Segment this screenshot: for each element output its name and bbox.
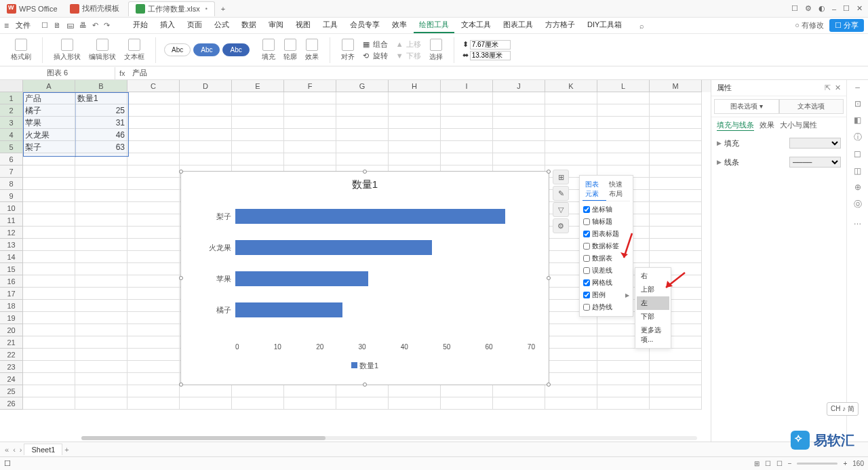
cell[interactable] bbox=[127, 227, 180, 239]
cell[interactable] bbox=[127, 312, 180, 324]
open-icon[interactable]: 🗎 bbox=[54, 21, 61, 30]
cell[interactable] bbox=[23, 214, 75, 227]
zoom-in-button[interactable]: + bbox=[843, 460, 847, 467]
chevron-right-icon[interactable]: ▶ bbox=[717, 159, 722, 165]
cell[interactable] bbox=[545, 361, 597, 373]
row-header[interactable]: 12 bbox=[0, 227, 23, 239]
cell[interactable] bbox=[597, 153, 650, 165]
line-select[interactable]: ──── bbox=[789, 157, 841, 168]
cell[interactable] bbox=[597, 141, 650, 153]
cell[interactable] bbox=[545, 324, 597, 336]
rail-icon[interactable]: ◫ bbox=[854, 166, 861, 176]
cell[interactable] bbox=[389, 385, 441, 397]
cell[interactable] bbox=[284, 92, 336, 104]
cell[interactable] bbox=[597, 373, 650, 385]
row-header[interactable]: 25 bbox=[0, 385, 23, 397]
col-header[interactable]: J bbox=[493, 80, 545, 92]
avatar-icon[interactable]: ◐ bbox=[818, 4, 825, 13]
row-header[interactable]: 20 bbox=[0, 324, 23, 336]
chart-legend[interactable]: 数量1 bbox=[181, 361, 549, 371]
cell[interactable] bbox=[127, 92, 180, 104]
cell[interactable] bbox=[180, 129, 232, 141]
cell[interactable] bbox=[127, 202, 180, 214]
view-mode-icon[interactable]: ☐ bbox=[776, 460, 783, 467]
cell[interactable] bbox=[336, 117, 389, 129]
row-header[interactable]: 21 bbox=[0, 336, 23, 349]
row-header[interactable]: 18 bbox=[0, 300, 23, 312]
row-header[interactable]: 3 bbox=[0, 117, 23, 129]
save-icon[interactable]: 🖴 bbox=[66, 21, 74, 30]
cell[interactable] bbox=[493, 92, 545, 104]
cell[interactable] bbox=[545, 336, 597, 349]
status-icon[interactable]: ☐ bbox=[4, 459, 11, 468]
checkbox[interactable] bbox=[583, 304, 590, 311]
formula-input[interactable]: 产品 bbox=[130, 68, 868, 78]
bar[interactable] bbox=[235, 302, 342, 317]
cell[interactable] bbox=[75, 324, 127, 336]
resize-handle[interactable] bbox=[547, 276, 551, 280]
cell[interactable] bbox=[75, 190, 127, 202]
row-header[interactable]: 13 bbox=[0, 239, 23, 251]
popup-tab-layout[interactable]: 快速布局 bbox=[606, 178, 630, 201]
move-down-button[interactable]: ▼下移 bbox=[393, 50, 424, 61]
popup-item[interactable]: 图例▶ bbox=[583, 289, 630, 301]
cell[interactable] bbox=[650, 165, 702, 178]
cell[interactable] bbox=[389, 117, 441, 129]
row-header[interactable]: 17 bbox=[0, 288, 23, 300]
cell[interactable] bbox=[127, 239, 180, 251]
app-brand[interactable]: WPS Office bbox=[3, 4, 62, 14]
cell[interactable] bbox=[336, 385, 389, 397]
format-painter-button[interactable]: 格式刷 bbox=[8, 37, 34, 63]
rail-icon[interactable]: ⊕ bbox=[854, 182, 861, 192]
row-header[interactable]: 8 bbox=[0, 178, 23, 190]
name-box[interactable]: 图表 6 bbox=[0, 67, 115, 79]
print-icon[interactable]: 🖶 bbox=[79, 21, 87, 30]
cell[interactable] bbox=[650, 251, 702, 263]
cell[interactable] bbox=[75, 385, 127, 397]
resize-handle[interactable] bbox=[547, 383, 551, 387]
tab-workbook[interactable]: 工作簿数量.xlsx • bbox=[128, 1, 215, 16]
maximize-button[interactable]: ☐ bbox=[843, 4, 850, 13]
row-header[interactable]: 23 bbox=[0, 361, 23, 373]
select-button[interactable]: 选择 bbox=[427, 37, 446, 63]
file-menu[interactable]: 文件 bbox=[13, 19, 33, 32]
col-header[interactable]: H bbox=[389, 80, 441, 92]
resize-handle[interactable] bbox=[547, 170, 551, 174]
undo-icon[interactable]: ↶ bbox=[92, 21, 98, 30]
cell[interactable] bbox=[493, 153, 545, 165]
col-header[interactable]: C bbox=[127, 80, 180, 92]
cell[interactable] bbox=[336, 153, 389, 165]
popup-item[interactable]: 坐标轴 bbox=[583, 203, 630, 216]
chart-settings-button[interactable]: ⚙ bbox=[553, 218, 569, 233]
cell[interactable] bbox=[650, 153, 702, 165]
cell[interactable] bbox=[127, 300, 180, 312]
cell[interactable]: 63 bbox=[75, 141, 127, 153]
cell[interactable] bbox=[284, 104, 336, 117]
ribbon-tab-drawing[interactable]: 绘图工具 bbox=[414, 18, 454, 33]
cell[interactable] bbox=[127, 117, 180, 129]
col-header[interactable]: F bbox=[284, 80, 336, 92]
cell[interactable] bbox=[23, 312, 75, 324]
col-header[interactable]: A bbox=[23, 80, 75, 92]
checkbox[interactable] bbox=[583, 218, 590, 225]
col-header[interactable]: M bbox=[650, 80, 702, 92]
cell[interactable]: 产品 bbox=[23, 92, 75, 104]
cell[interactable] bbox=[232, 92, 284, 104]
edit-shape-button[interactable]: 编辑形状 bbox=[86, 37, 119, 63]
cell[interactable] bbox=[180, 141, 232, 153]
resize-handle[interactable] bbox=[179, 383, 183, 387]
ribbon-tab-page[interactable]: 页面 bbox=[182, 18, 208, 33]
cell[interactable] bbox=[441, 141, 493, 153]
panel-option-chart[interactable]: 图表选项 ▾ bbox=[714, 99, 779, 114]
cell[interactable] bbox=[650, 349, 702, 361]
cell[interactable] bbox=[336, 141, 389, 153]
ribbon-tab-insert[interactable]: 插入 bbox=[155, 18, 180, 33]
cell[interactable] bbox=[23, 227, 75, 239]
row-header[interactable]: 10 bbox=[0, 202, 23, 214]
select-all-corner[interactable] bbox=[0, 80, 23, 92]
cell[interactable] bbox=[389, 129, 441, 141]
cell[interactable]: 数量1 bbox=[75, 92, 127, 104]
ribbon-tab-tools[interactable]: 工具 bbox=[317, 18, 343, 33]
hamburger-icon[interactable]: ≡ bbox=[4, 21, 9, 31]
layout-icon[interactable]: ☐ bbox=[791, 4, 798, 13]
